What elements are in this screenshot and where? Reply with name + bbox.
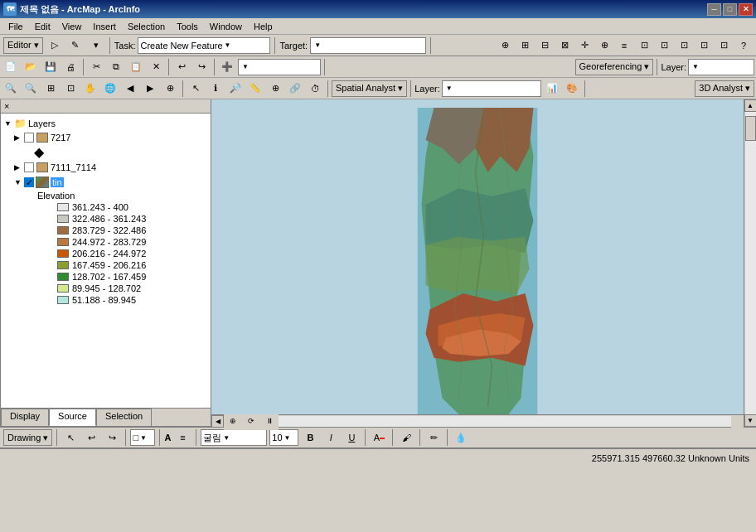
hyperlink-btn[interactable]: 🔗 [286,80,304,98]
layer-7111-expand[interactable]: ▶ [14,163,22,172]
fill-color-btn[interactable]: 🖌 [397,428,415,447]
layer-7111-checkbox[interactable] [24,162,34,172]
sketch-tool10[interactable]: ⊡ [675,36,693,55]
menu-view[interactable]: View [57,21,87,32]
editor-tool2[interactable]: ✎ [66,36,85,55]
italic-button[interactable]: I [322,428,340,447]
close-button[interactable]: ✕ [739,3,753,16]
full-extent-btn[interactable]: ⊞ [41,80,60,98]
menu-help[interactable]: Help [249,21,278,32]
open-button[interactable]: 📂 [22,58,40,76]
editor-tool3[interactable]: ▾ [87,36,105,55]
sketch-tool2[interactable]: ⊞ [516,36,534,55]
target-dropdown[interactable]: ▼ [310,37,426,54]
spatial-analyst-dropdown[interactable]: Spatial Analyst ▾ [332,80,407,97]
globe-btn[interactable]: 🌐 [101,80,119,98]
tab-source[interactable]: Source [49,409,96,426]
cut-button[interactable]: ✂ [87,58,105,76]
measure-btn[interactable]: 📏 [246,80,264,98]
adddata-button[interactable]: ➕ [218,58,236,76]
menu-tools[interactable]: Tools [172,21,203,32]
scroll-left-btn[interactable]: ◀ [211,415,224,428]
sketch-tool5[interactable]: ✛ [575,36,594,55]
font-name-dropdown[interactable]: 굴림 ▼ [201,429,267,446]
paste-button[interactable]: 📋 [127,58,145,76]
editor-dropdown[interactable]: Editor ▾ [3,37,43,54]
bold-button[interactable]: B [301,428,319,447]
redo-button[interactable]: ↪ [192,58,211,76]
sketch-tool3[interactable]: ⊟ [536,36,554,55]
root-expand[interactable]: ▼ [4,119,12,128]
select-btn[interactable]: ↖ [187,80,205,98]
draw-tool2[interactable]: ↪ [103,428,121,447]
menu-edit[interactable]: Edit [30,21,56,32]
layer-tin-checkbox[interactable]: ✓ [24,177,34,187]
sketch-tool13[interactable]: ? [734,36,753,55]
draw-tool1[interactable]: ↩ [82,428,100,447]
layer-tin-expand[interactable]: ▼ [14,178,22,186]
sa-layer-dropdown[interactable]: ▼ [442,80,541,97]
font-size-dropdown[interactable]: 10 ▼ [269,429,298,446]
time-btn[interactable]: ⏱ [306,80,324,98]
sketch-tool4[interactable]: ⊠ [555,36,574,55]
tab-selection[interactable]: Selection [96,409,152,426]
layer-7217-expand[interactable]: ▶ [14,133,22,142]
sketch-tool8[interactable]: ⊡ [635,36,653,55]
fixed-zoom-btn[interactable]: ⊡ [61,80,80,98]
scale-dropdown[interactable]: ▼ [238,59,321,75]
print-button[interactable]: 🖨 [61,58,80,76]
maximize-button[interactable]: □ [723,3,737,16]
draw-font-tool[interactable]: ≡ [173,428,191,447]
forward-btn[interactable]: ▶ [141,80,159,98]
save-button[interactable]: 💾 [41,58,60,76]
tab-display[interactable]: Display [1,409,49,426]
pan-btn[interactable]: ✋ [81,80,99,98]
map-nav-2[interactable]: ⟳ [242,412,260,430]
sketch-tool6[interactable]: ⊕ [595,36,613,55]
scroll-track[interactable] [745,112,756,414]
menu-file[interactable]: File [3,21,28,32]
copy-button[interactable]: ⧉ [107,58,125,76]
menu-selection[interactable]: Selection [123,21,170,32]
font-color-btn[interactable]: A▬ [370,428,388,447]
layer-7217-checkbox[interactable] [24,133,34,143]
underline-button[interactable]: U [342,428,361,447]
scroll-down-btn[interactable]: ▼ [744,414,757,427]
back-btn[interactable]: ◀ [121,80,139,98]
shadow-btn[interactable]: 💧 [452,428,470,447]
undo-button[interactable]: ↩ [172,58,191,76]
georef-dropdown[interactable]: Georeferencing ▾ [575,59,654,75]
line-color-btn[interactable]: ✏ [424,428,443,447]
zoom-out-btn[interactable]: 🔍 [22,80,40,98]
draw-select[interactable]: ↖ [61,428,80,447]
scroll-thumb[interactable] [745,116,756,141]
map-viewport[interactable] [211,99,744,414]
sketch-tool9[interactable]: ⊡ [655,36,673,55]
identify-btn[interactable]: ℹ [206,80,225,98]
georef-layer-dropdown[interactable]: ▼ [688,59,754,75]
sketch-tool11[interactable]: ⊡ [695,36,713,55]
goto-xy-btn[interactable]: ⊕ [266,80,284,98]
delete-button[interactable]: ✕ [147,58,165,76]
scroll-up-btn[interactable]: ▲ [744,99,757,112]
menu-insert[interactable]: Insert [88,21,121,32]
sketch-tool1[interactable]: ⊕ [496,36,514,55]
sa-histogram[interactable]: 📊 [543,80,561,98]
minimize-button[interactable]: ─ [707,3,721,16]
sa-palette[interactable]: 🎨 [563,80,581,98]
h-scroll-track[interactable] [279,416,731,427]
find-btn[interactable]: 🔎 [226,80,245,98]
map-nav-1[interactable]: ⊕ [224,412,242,430]
sketch-tool12[interactable]: ⊡ [715,36,733,55]
menu-window[interactable]: Window [205,21,247,32]
zoom-in-btn[interactable]: 🔍 [2,80,20,98]
map-nav-3[interactable]: ⏸ [260,412,279,430]
editor-tool1[interactable]: ▷ [46,36,64,55]
zoom-map-btn[interactable]: ⊕ [161,80,179,98]
drawing-dropdown[interactable]: Drawing ▾ [3,429,52,446]
sketch-tool7[interactable]: ≡ [615,36,633,55]
task-dropdown[interactable]: Create New Feature ▼ [138,37,270,54]
draw-shape[interactable]: □ ▼ [130,429,155,446]
analyst-3d-dropdown[interactable]: 3D Analyst ▾ [695,80,754,97]
window-controls[interactable]: ─ □ ✕ [707,3,753,16]
